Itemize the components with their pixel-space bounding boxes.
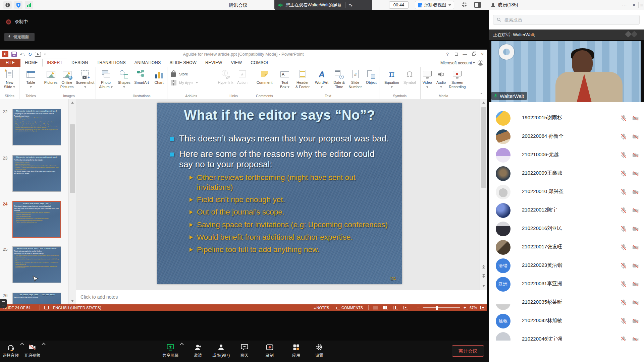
redo-button[interactable]: ↻ — [28, 52, 32, 57]
member-row[interactable]: 210220017张发旺 — [489, 238, 644, 257]
tab-slideshow[interactable]: SLIDE SHOW — [165, 59, 201, 67]
scroll-up-button[interactable] — [480, 99, 487, 106]
previous-slide-button[interactable] — [480, 263, 487, 270]
tab-review[interactable]: REVIEW — [201, 59, 227, 67]
notes-pane[interactable]: Click to add notes — [76, 290, 487, 304]
tab-view[interactable]: VIEW — [227, 59, 247, 67]
camera-muted-icon[interactable] — [632, 317, 639, 325]
camera-muted-icon[interactable] — [632, 170, 639, 177]
slide-sorter-view-button[interactable] — [383, 306, 388, 309]
member-row[interactable]: 210220012陈宇 — [489, 201, 644, 220]
mic-muted-icon[interactable] — [620, 152, 627, 159]
tab-insert[interactable]: INSERT — [42, 59, 67, 67]
proofing-icon[interactable] — [44, 306, 49, 309]
photo-album-button[interactable]: Photo Album — [98, 69, 114, 89]
mic-muted-icon[interactable] — [620, 281, 627, 288]
mic-muted-icon[interactable] — [620, 207, 627, 214]
panel-menu-icon[interactable]: ≡ — [639, 1, 644, 9]
equation-button[interactable]: πEquation — [382, 69, 401, 89]
pictures-button[interactable]: Pictures — [43, 69, 59, 89]
mic-muted-icon[interactable] — [620, 262, 627, 269]
member-row[interactable]: 190220015谢雨杉 — [489, 109, 644, 128]
panel-close-button[interactable]: × — [630, 1, 638, 9]
toggle-sidebar-button[interactable] — [474, 2, 481, 8]
online-pictures-button[interactable]: OnlinePictures — [59, 69, 75, 89]
meeting-info-button[interactable] — [3, 1, 12, 9]
mic-muted-icon[interactable] — [620, 225, 627, 233]
network-status-button[interactable] — [25, 1, 33, 9]
scrollbar-thumb[interactable] — [481, 107, 486, 188]
notes-toggle[interactable]: ≡ NOTES — [314, 304, 329, 311]
tab-home[interactable]: HOME — [20, 59, 42, 67]
chat-button[interactable]: 聊天 — [232, 343, 257, 358]
zoom-slider-thumb[interactable] — [436, 306, 438, 310]
floating-tool-button[interactable] — [0, 299, 7, 308]
camera-muted-icon[interactable] — [632, 262, 639, 269]
hyperlink-button[interactable]: Hyperlink — [217, 69, 234, 89]
table-button[interactable]: Table — [22, 69, 39, 89]
slide-indicator[interactable]: SLIDE 24 OF 54 — [3, 304, 31, 311]
member-row[interactable]: 210210006-尤越 — [489, 146, 644, 165]
member-row[interactable]: 浯锴 210220023黄浯锴 — [489, 257, 644, 275]
speaker-video-tile[interactable]: WalterWalt — [489, 40, 644, 102]
settings-button[interactable]: 设置 — [307, 343, 332, 358]
scroll-up-button[interactable] — [69, 99, 76, 106]
slideshow-view-button[interactable] — [403, 306, 408, 309]
tab-transitions[interactable]: TRANSITIONS — [92, 59, 130, 67]
camera-muted-icon[interactable] — [632, 336, 639, 341]
wordart-button[interactable]: AWordArt — [313, 69, 331, 89]
help-button[interactable]: ? — [443, 50, 452, 59]
scroll-down-button[interactable] — [69, 298, 76, 304]
screen-recording-button[interactable]: ScreenRecording — [448, 69, 466, 89]
tab-comsol[interactable]: COMSOL — [246, 59, 273, 67]
mic-muted-icon[interactable] — [620, 188, 627, 196]
slide-thumbnail-23[interactable]: Things to include in a proposal (continu… — [12, 155, 61, 192]
collapse-ribbon-button[interactable]: ⌃ — [479, 92, 484, 97]
slide-thumbnail-22[interactable]: Things to include in a proposal (continu… — [12, 109, 61, 145]
zoom-in-button[interactable]: + — [464, 304, 466, 311]
member-row[interactable]: 210220046沈宇强 — [489, 330, 644, 341]
close-button[interactable]: × — [478, 50, 487, 59]
member-row[interactable]: 210220009王鑫城 — [489, 165, 644, 183]
minimize-button[interactable]: — — [461, 50, 469, 59]
text-box-button[interactable]: ATextBox — [277, 69, 292, 89]
mic-muted-icon[interactable] — [620, 317, 627, 325]
thumbnail-scrollbar[interactable] — [68, 99, 76, 304]
mic-muted-icon[interactable] — [620, 133, 627, 140]
action-button[interactable]: ★Action — [235, 69, 250, 89]
mic-muted-icon[interactable] — [620, 115, 627, 122]
camera-muted-icon[interactable] — [632, 299, 639, 306]
fit-to-window-button[interactable] — [480, 306, 485, 309]
zoom-out-button[interactable]: − — [417, 304, 420, 311]
editor-scrollbar[interactable] — [480, 99, 487, 290]
audio-button[interactable]: Audio — [434, 69, 447, 89]
panel-more-button[interactable]: ⋯ — [620, 1, 629, 9]
normal-view-button[interactable] — [373, 306, 378, 309]
mic-muted-icon[interactable] — [620, 170, 627, 177]
tab-design[interactable]: DESIGN — [67, 59, 92, 67]
camera-muted-icon[interactable] — [632, 281, 639, 288]
ribbon-options-button[interactable] — [452, 50, 461, 59]
lock-view-button[interactable]: 锁定画面 — [4, 33, 35, 41]
camera-muted-icon[interactable] — [632, 225, 639, 233]
save-button[interactable] — [11, 52, 17, 57]
start-slideshow-button[interactable] — [35, 52, 41, 57]
member-row[interactable]: 200220064 孙新全 — [489, 128, 644, 146]
member-row[interactable]: 210220035彭莱昕 — [489, 294, 644, 312]
next-slide-button[interactable] — [480, 273, 487, 279]
smartart-button[interactable]: SmartArt — [132, 69, 151, 89]
camera-muted-icon[interactable] — [632, 115, 639, 122]
member-row[interactable]: 210220016刘亚民 — [489, 220, 644, 238]
mic-muted-icon[interactable] — [620, 336, 627, 341]
mic-muted-icon[interactable] — [620, 299, 627, 306]
members-button[interactable]: 成员(99+) — [208, 343, 234, 358]
date-time-button[interactable]: Date &Time — [331, 69, 347, 89]
object-button[interactable]: Object — [364, 69, 379, 89]
member-row[interactable]: 210220010 郑兴圣 — [489, 183, 644, 201]
member-search-box[interactable] — [493, 15, 640, 25]
slide-editor-area[interactable]: What if the editor says “No”? This doesn… — [76, 99, 487, 290]
new-slide-button[interactable]: ✶ New Slide — [1, 69, 18, 89]
member-row[interactable]: 亚洲 210220031李亚洲 — [489, 275, 644, 294]
scrollbar-thumb[interactable] — [70, 124, 75, 193]
share-screen-button[interactable]: 共享屏幕 — [158, 343, 183, 358]
